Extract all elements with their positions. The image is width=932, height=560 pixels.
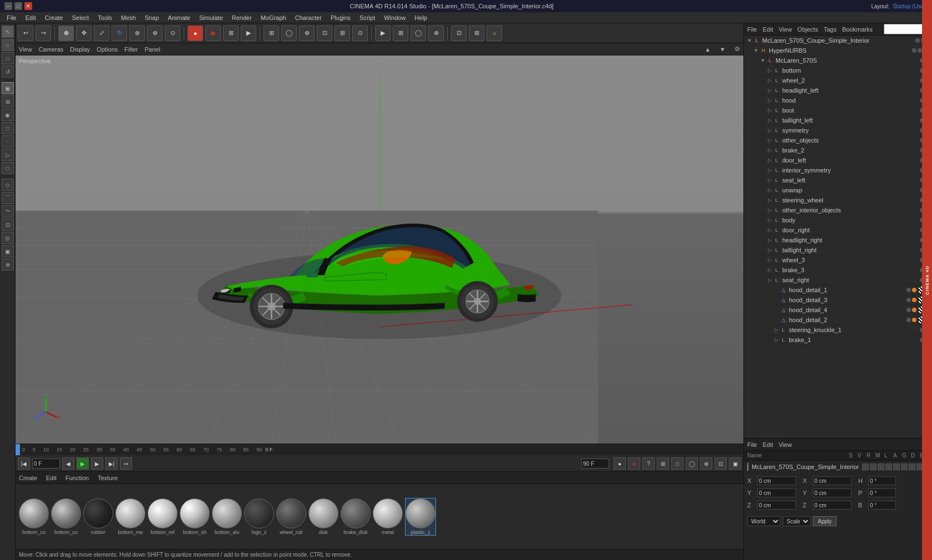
tc-btn4[interactable]: ⊞ (657, 457, 669, 470)
menu-mesh[interactable]: Mesh (116, 13, 140, 22)
play-button[interactable]: ▶ (77, 457, 89, 470)
attr-icon-6[interactable]: · (901, 464, 908, 470)
render2-button[interactable]: ⊞ (393, 26, 408, 41)
material-disk[interactable]: disk (308, 498, 338, 535)
close-button[interactable]: ✕ (24, 2, 32, 10)
apply-button[interactable]: Apply (813, 516, 837, 526)
viewport-menu-options[interactable]: Options (97, 46, 118, 53)
tool-model[interactable]: ▣ (2, 82, 14, 94)
tool-generate[interactable]: ⊡ (2, 218, 14, 231)
obj-row-headlight-left[interactable]: ▷ L headlight_left (744, 85, 932, 95)
obj6-button[interactable]: ⊙ (352, 26, 368, 41)
tool-points[interactable]: · (2, 135, 14, 147)
record2-button[interactable]: ◉ (205, 26, 221, 41)
obj-row-hood[interactable]: ▷ L hood (744, 95, 932, 105)
scale-select[interactable]: Scale (783, 516, 811, 526)
menu-character[interactable]: Character (291, 13, 326, 22)
transform2-button[interactable]: ⊕ (147, 26, 163, 41)
deform2-button[interactable]: ⊞ (469, 26, 484, 41)
frame-end-input[interactable] (581, 459, 609, 469)
obj2-button[interactable]: ◯ (281, 26, 297, 41)
timeline-marker[interactable] (16, 444, 20, 455)
attr-menu-file[interactable]: File (747, 441, 757, 448)
input-y[interactable] (757, 488, 796, 497)
attr-menu-view[interactable]: View (779, 441, 792, 448)
attr-icon-3[interactable]: · (878, 464, 884, 470)
deform-button[interactable]: ⊡ (451, 26, 467, 41)
tool-deform[interactable]: 〜 (2, 205, 14, 217)
input-p[interactable] (868, 488, 896, 497)
obj3-button[interactable]: ⊕ (299, 26, 315, 41)
obj-row-hood-detail-4[interactable]: △ hood_detail_4 (744, 305, 932, 315)
viewport-menu-cameras[interactable]: Cameras (39, 46, 64, 53)
menu-plugins[interactable]: Plugins (326, 13, 355, 22)
viewport-menu-display[interactable]: Display (70, 46, 90, 53)
input-y2[interactable] (813, 488, 852, 497)
tool-texture[interactable]: ◉ (2, 109, 14, 121)
menu-help[interactable]: Help (410, 13, 432, 22)
obj-row-root[interactable]: ▼ L McLaren_570S_Coupe_Simple_Interior (744, 35, 932, 45)
material-bottom-me[interactable]: bottom_me (115, 498, 145, 535)
obj-row-door-left[interactable]: ▷ L door_left (744, 155, 932, 165)
frame-next-button[interactable]: ▶ (91, 457, 103, 470)
material-brake-disk[interactable]: brake_disk (341, 498, 371, 535)
viewport-menu-panel[interactable]: Panel (145, 46, 160, 53)
obj-row-other-objects[interactable]: ▷ L other_objects (744, 135, 932, 145)
mat-menu-create[interactable]: Create (19, 475, 37, 481)
obj-menu-edit[interactable]: Edit (763, 26, 773, 33)
viewport-menu-view[interactable]: View (19, 46, 32, 53)
live-select-button[interactable]: ⊕ (58, 26, 74, 41)
tc-btn7[interactable]: ⊕ (700, 457, 712, 470)
attr-icon-2[interactable]: · (870, 464, 877, 470)
obj5-button[interactable]: ⊞ (335, 26, 350, 41)
tool-nurbs[interactable]: ◇ (2, 179, 14, 191)
input-z2[interactable] (813, 501, 852, 510)
attr-menu-edit[interactable]: Edit (763, 441, 773, 448)
tc-btn5[interactable]: □ (671, 457, 683, 470)
material-logo-2[interactable]: logo_2 (244, 498, 274, 535)
material-bottom-sh[interactable]: bottom_sh (180, 498, 210, 535)
render3-button[interactable]: ◯ (411, 26, 426, 41)
menu-file[interactable]: File (2, 13, 21, 22)
material-rubber[interactable]: rubber (83, 498, 113, 535)
frame-start-button[interactable]: |◀ (18, 457, 30, 470)
obj-row-symmetry[interactable]: ▷ L symmetry (744, 125, 932, 135)
obj-row-hypernurbs[interactable]: ▼ H HyperNURBS ✓ (744, 45, 932, 55)
obj-row-interior-sym[interactable]: ▷ L interior_symmetry (744, 165, 932, 175)
obj-row-wheel3[interactable]: ▷ L wheel_3 (744, 255, 932, 265)
attr-icon-5[interactable]: · (893, 464, 900, 470)
dot2[interactable] (918, 48, 922, 53)
menu-snap[interactable]: Snap (140, 13, 164, 22)
viewport-zoom-down[interactable]: ▼ (720, 46, 726, 53)
tool-scale[interactable]: □ (2, 52, 14, 64)
obj-button[interactable]: ⊞ (264, 26, 279, 41)
obj-row-steeringwheel[interactable]: ▷ L steering_wheel (744, 195, 932, 205)
menu-create[interactable]: Create (40, 13, 68, 22)
input-z[interactable] (757, 501, 796, 510)
material-bottom-ref[interactable]: bottom_ref (148, 498, 178, 535)
obj-row-brake3[interactable]: ▷ L brake_3 (744, 265, 932, 275)
mat-menu-edit[interactable]: Edit (46, 475, 57, 481)
light-button[interactable]: ○ (487, 26, 502, 41)
menu-window[interactable]: Window (379, 13, 410, 22)
current-frame-input[interactable] (32, 459, 60, 469)
viewport-3d[interactable]: Perspective (16, 55, 743, 444)
obj-menu-file[interactable]: File (747, 26, 757, 33)
tool-edges[interactable]: ▷ (2, 149, 14, 161)
tc-btn3[interactable]: ? (642, 457, 655, 470)
tool-poly[interactable]: □ (2, 162, 14, 174)
obj-row-brake2[interactable]: ▷ L brake_2 (744, 145, 932, 155)
obj-row-seat-right[interactable]: ▷ L seat_right (744, 275, 932, 285)
mat-menu-function[interactable]: Function (65, 475, 89, 481)
expand-icon[interactable]: ▼ (746, 38, 753, 43)
mat-menu-texture[interactable]: Texture (98, 475, 118, 481)
menu-simulate[interactable]: Simulate (195, 13, 227, 22)
scale-button[interactable]: ⤢ (94, 26, 109, 41)
tool-object[interactable]: ⊞ (2, 95, 14, 108)
tc-btn1[interactable]: ● (614, 457, 626, 470)
timeline-ruler[interactable]: 0 5 10 15 20 25 30 35 40 45 50 55 60 65 (16, 444, 743, 455)
obj-menu-view[interactable]: View (779, 26, 792, 33)
move-button[interactable]: ✥ (76, 26, 92, 41)
attr-object-row[interactable]: McLaren_570S_Coupe_Simple_Interior · · ·… (744, 461, 932, 473)
obj4-button[interactable]: ⊡ (317, 26, 332, 41)
